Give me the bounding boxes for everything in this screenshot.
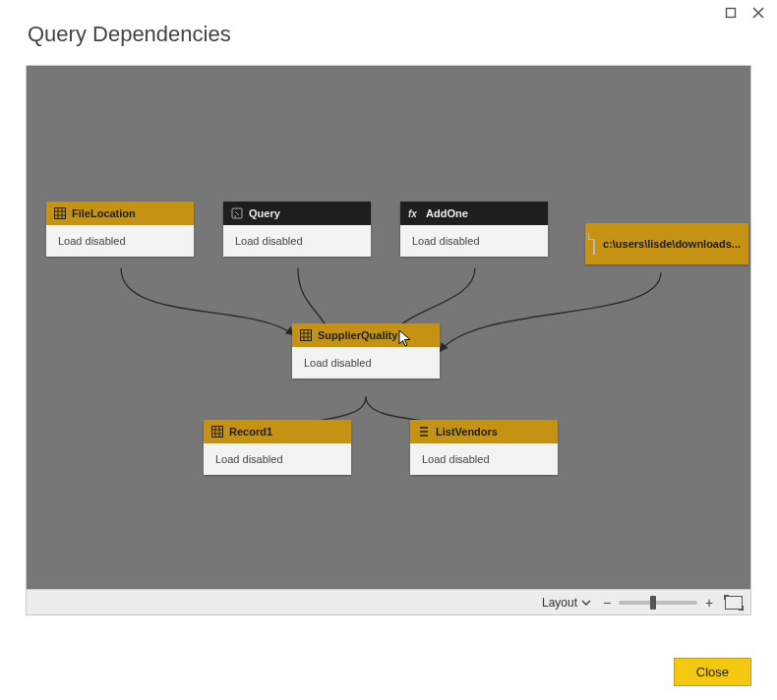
- svg-rect-4: [301, 330, 312, 341]
- close-icon: [752, 7, 764, 19]
- zoom-in-button[interactable]: +: [703, 595, 715, 611]
- function-icon: fx: [408, 207, 420, 219]
- node-header: SupplierQuality: [292, 323, 440, 347]
- node-record1[interactable]: Record1 Load disabled: [204, 420, 351, 475]
- zoom-slider[interactable]: [619, 601, 697, 605]
- node-title: ListVendors: [436, 426, 498, 438]
- canvas-toolbar: Layout − +: [27, 589, 750, 614]
- layout-label: Layout: [542, 596, 577, 610]
- node-title: FileLocation: [72, 207, 136, 219]
- node-supplier-quality[interactable]: SupplierQuality Load disabled: [292, 323, 440, 379]
- node-status: Load disabled: [223, 225, 371, 257]
- maximize-button[interactable]: [724, 6, 738, 20]
- window-buttons: [724, 6, 765, 20]
- node-header: Query: [223, 202, 371, 225]
- node-list-vendors[interactable]: ListVendors Load disabled: [410, 420, 558, 475]
- node-add-one[interactable]: fx AddOne Load disabled: [400, 202, 548, 257]
- layout-dropdown[interactable]: Layout: [542, 596, 591, 610]
- node-title: c:\users\lisde\downloads...: [603, 238, 741, 250]
- node-status: Load disabled: [292, 347, 440, 379]
- file-icon: [593, 233, 595, 255]
- node-query[interactable]: Query Load disabled: [223, 202, 371, 257]
- zoom-slider-thumb[interactable]: [650, 596, 656, 610]
- edge-filelocation-supplierquality: [121, 268, 294, 335]
- zoom-control: − +: [601, 595, 715, 611]
- query-dependencies-dialog: Query Dependencies: [0, 0, 777, 700]
- node-header: ListVendors: [410, 420, 558, 443]
- edge-file-supplierquality: [440, 272, 661, 351]
- node-file-location[interactable]: FileLocation Load disabled: [46, 202, 194, 257]
- svg-rect-1: [55, 208, 66, 219]
- close-button[interactable]: Close: [674, 658, 751, 686]
- dependency-canvas-frame: FileLocation Load disabled Query Load di…: [26, 65, 751, 615]
- node-title: SupplierQuality: [318, 329, 397, 341]
- node-status: Load disabled: [204, 443, 351, 475]
- node-status: Load disabled: [46, 225, 194, 257]
- node-source-file[interactable]: c:\users\lisde\downloads...: [585, 223, 748, 264]
- node-header: FileLocation: [46, 202, 194, 225]
- table-icon: [54, 207, 66, 219]
- node-title: Record1: [229, 426, 272, 438]
- window-close-button[interactable]: [751, 6, 765, 20]
- list-icon: [418, 426, 430, 438]
- svg-text:fx: fx: [408, 208, 417, 219]
- maximize-icon: [725, 7, 737, 19]
- node-header: Record1: [204, 420, 351, 443]
- node-title: Query: [249, 207, 280, 219]
- node-title: AddOne: [426, 207, 468, 219]
- node-header: fx AddOne: [400, 202, 548, 225]
- node-status: Load disabled: [400, 225, 548, 257]
- chevron-down-icon: [581, 599, 591, 607]
- dependency-canvas[interactable]: FileLocation Load disabled Query Load di…: [27, 66, 750, 614]
- dialog-title: Query Dependencies: [28, 22, 231, 47]
- svg-rect-0: [727, 9, 736, 18]
- fit-to-screen-button[interactable]: [725, 596, 743, 610]
- table-icon: [300, 329, 312, 341]
- table-icon: [211, 426, 223, 438]
- zoom-out-button[interactable]: −: [601, 595, 613, 611]
- svg-rect-5: [212, 427, 223, 438]
- node-status: Load disabled: [410, 443, 558, 475]
- parameter-icon: [231, 207, 243, 219]
